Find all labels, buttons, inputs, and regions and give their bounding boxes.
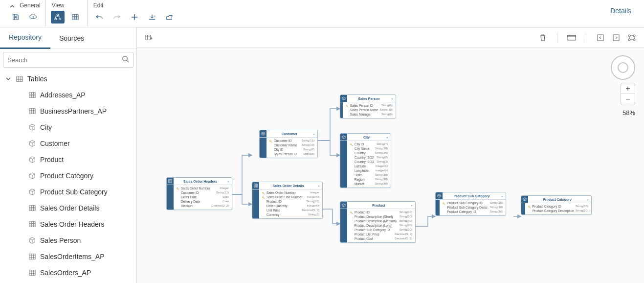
field-type: String(20)	[375, 146, 388, 151]
toolbar-group-general: General	[0, 0, 46, 26]
field-row: City IDString(7)	[269, 147, 314, 152]
node-header[interactable]: Customer⌄	[260, 130, 317, 137]
field-row: City NameString(20)	[350, 146, 388, 151]
tree-item[interactable]: City	[0, 119, 136, 135]
tree-root-tables[interactable]: Tables	[0, 71, 136, 87]
tree-item[interactable]: Product	[0, 151, 136, 167]
field-row: CurrencyString(3)	[262, 212, 319, 217]
import-button[interactable]	[145, 11, 159, 24]
tree-item[interactable]: Sales Order Headers	[0, 216, 136, 232]
tree-item-label: BusinessPartners_AP	[40, 107, 107, 115]
details-link[interactable]: Details	[610, 0, 644, 15]
field-type: String(20)	[400, 228, 412, 232]
tree-item[interactable]: Addresses_AP	[0, 87, 136, 103]
node-sp[interactable]: Sales Person⌄Sales Person IDString(6)Sal…	[340, 94, 396, 118]
field-name: Product Category Description	[533, 209, 574, 213]
field-name: Customer ID	[181, 190, 215, 195]
tree-item[interactable]: Product Sub Category	[0, 184, 136, 200]
field-name: Longitude	[355, 168, 374, 173]
svg-rect-12	[146, 35, 151, 40]
field-type: String(7)	[303, 147, 314, 152]
field-row: StateString(30)	[350, 173, 388, 177]
chevron-down-icon[interactable]: ⌄	[586, 197, 591, 201]
field-name: Product Category ID	[447, 210, 488, 214]
chevron-down-icon[interactable]: ⌄	[317, 184, 322, 188]
add-table-icon[interactable]	[143, 31, 155, 44]
deploy-button[interactable]	[26, 11, 40, 24]
node-city[interactable]: City⌄City IDString(7)City NameString(20)…	[340, 133, 391, 188]
chevron-down-icon[interactable]: ⌄	[386, 135, 391, 139]
node-header[interactable]: Product Sub Category⌄	[436, 192, 506, 199]
delete-icon[interactable]	[536, 31, 549, 44]
node-title: Sales Person	[347, 97, 391, 100]
add-button[interactable]	[128, 11, 141, 24]
tree-item-label: Customer	[40, 140, 70, 147]
node-header[interactable]: City⌄	[340, 134, 391, 141]
tree-item[interactable]: Customer	[0, 135, 136, 151]
node-header[interactable]: Product Category⌄	[521, 196, 591, 203]
canvas[interactable]: Sales Order Headers⌄Sales Order NumberIn…	[137, 27, 644, 283]
node-title: Product	[347, 204, 410, 207]
nav-wheel[interactable]	[611, 55, 635, 80]
field-name: Product Description (Short)	[355, 214, 398, 219]
tree-item[interactable]: SalesOrders_AP	[0, 264, 136, 281]
zoom-in-button[interactable]: +	[621, 83, 635, 94]
export-button[interactable]	[163, 11, 177, 24]
node-product[interactable]: Product⌄Product IDString(10)Product Desc…	[340, 201, 416, 243]
node-pc[interactable]: Product Category⌄Product Category IDStri…	[521, 195, 592, 215]
chevron-down-icon	[5, 75, 12, 82]
node-header[interactable]: Product⌄	[340, 202, 415, 209]
search-input[interactable]	[7, 56, 122, 64]
field-row: Product List PriceDecimal(5, 2)	[350, 232, 412, 236]
node-psc[interactable]: Product Sub Category⌄Product Sub Categor…	[435, 192, 506, 216]
search-icon[interactable]	[122, 55, 129, 64]
table-view-button[interactable]	[68, 11, 82, 24]
tree-item[interactable]: SalesOrderItems_AP	[0, 248, 136, 264]
field-type: Integer	[310, 190, 319, 195]
auto-layout-icon[interactable]	[625, 31, 638, 44]
table-icon	[28, 204, 36, 212]
collapse-icon[interactable]	[594, 31, 607, 44]
zoom-controls: + −	[621, 83, 635, 105]
chevron-down-icon[interactable]: ⌄	[501, 194, 506, 198]
tree-item[interactable]: Sales Person	[0, 232, 136, 248]
tree-item[interactable]: Product Category	[0, 167, 136, 184]
field-row: MarketString(30)	[350, 182, 388, 186]
node-header[interactable]: Sales Person⌄	[340, 95, 396, 102]
key-icon	[528, 205, 531, 208]
node-header[interactable]: Sales Order Details⌄	[252, 182, 322, 189]
zoom-out-button[interactable]: −	[621, 94, 635, 105]
chevron-down-icon[interactable]: ⌄	[312, 132, 317, 136]
tree-item-label: Sales Order Headers	[40, 220, 105, 228]
node-header[interactable]: Sales Order Headers⌄	[167, 178, 232, 185]
tab-repository[interactable]: Repository	[0, 27, 50, 49]
cube-icon	[340, 95, 347, 102]
chevron-down-icon[interactable]: ⌄	[227, 179, 232, 183]
chevron-down-icon[interactable]: ⌄	[410, 203, 415, 207]
field-type: String(2)	[377, 155, 388, 160]
field-type: String(10)	[400, 210, 412, 214]
node-soh[interactable]: Sales Order Headers⌄Sales Order NumberIn…	[166, 177, 232, 210]
sidebar: Repository Sources Tables Addresses_APBu…	[0, 27, 137, 283]
save-button[interactable]	[9, 11, 22, 24]
search-box[interactable]	[3, 52, 133, 68]
model-view-button[interactable]	[51, 11, 65, 24]
field-type: String(7)	[377, 142, 388, 146]
node-sod[interactable]: Sales Order Details⌄Sales Order NumberIn…	[252, 182, 323, 219]
field-name: Discount	[181, 204, 210, 208]
svg-rect-8	[29, 205, 35, 211]
expand-icon[interactable]	[610, 31, 622, 44]
tree-item[interactable]: Sales Order Details	[0, 200, 136, 216]
redo-button[interactable]	[110, 11, 124, 24]
table-icon	[28, 269, 36, 277]
field-name: Order Quantity	[266, 204, 306, 208]
collapse-chevron-icon[interactable]	[9, 3, 16, 10]
chevron-down-icon[interactable]: ⌄	[391, 96, 396, 100]
node-customer[interactable]: Customer⌄Customer IDString(11)Customer N…	[259, 130, 318, 158]
tab-sources[interactable]: Sources	[50, 27, 93, 49]
preview-icon[interactable]	[565, 31, 578, 44]
field-type: String(20)	[375, 151, 388, 155]
svg-point-18	[633, 35, 635, 37]
tree-item[interactable]: BusinessPartners_AP	[0, 103, 136, 119]
undo-button[interactable]	[92, 11, 106, 24]
